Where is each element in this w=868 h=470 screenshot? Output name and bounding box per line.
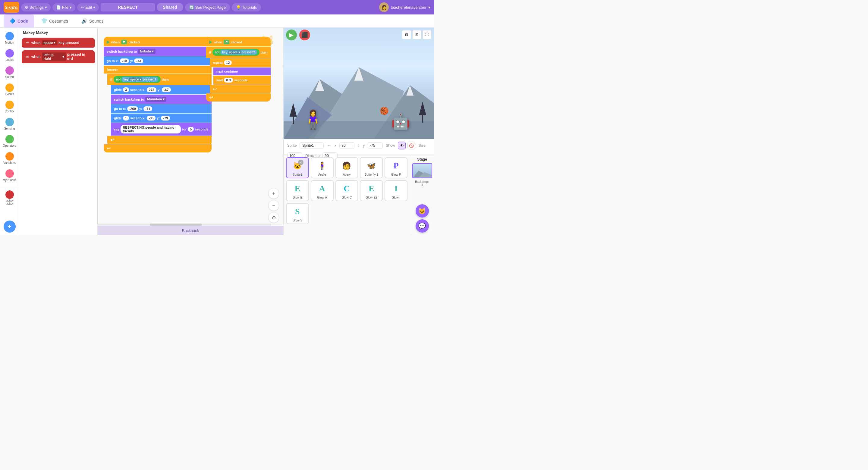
- sprite-card-glows[interactable]: S Glow-S: [286, 203, 309, 224]
- basketball: 🏀: [380, 107, 389, 115]
- chat-button[interactable]: 💬: [415, 219, 429, 232]
- x2-value[interactable]: -260: [127, 106, 138, 111]
- shared-button[interactable]: Shared: [157, 3, 183, 11]
- backpack-bar[interactable]: Backpack: [98, 226, 283, 235]
- end-if-2-block: ↩: [206, 93, 271, 101]
- sidebar-item-events[interactable]: Events: [1, 82, 18, 98]
- sprite-x-input[interactable]: [339, 142, 354, 149]
- say-text[interactable]: RESPECTING people and having friends: [121, 125, 181, 133]
- user-menu[interactable]: 👩 teacherelenavercher ▾: [379, 2, 430, 12]
- project-name-input[interactable]: [101, 3, 155, 11]
- sprite-card-butterfly[interactable]: 🦋 Butterfly 1: [360, 157, 383, 178]
- see-project-button[interactable]: 🔄 See Project Page: [185, 3, 230, 11]
- nebula-dropdown[interactable]: Nebula ▾: [138, 49, 156, 54]
- sidebar-item-makey[interactable]: MakeyMakey: [1, 189, 18, 207]
- stop-button[interactable]: ⬛: [299, 30, 310, 40]
- tutorials-button[interactable]: 💡 Tutorials: [232, 3, 261, 11]
- sprite-card-glowe2[interactable]: E Glow-E2: [360, 180, 383, 201]
- sprite-card-andie[interactable]: 🧍‍♀️ Andie: [311, 157, 334, 178]
- glide1-y[interactable]: -67: [162, 87, 171, 92]
- sprite-card-glowa[interactable]: A Glow-A: [311, 180, 334, 201]
- hide-button[interactable]: 🚫: [407, 142, 415, 150]
- mountain-dropdown[interactable]: Mountain ▾: [145, 97, 166, 102]
- sidebar-item-control[interactable]: Control: [1, 99, 18, 115]
- if-block-2[interactable]: if not key space ▾ pressed? then: [206, 47, 271, 58]
- space-dropdown[interactable]: space ▾: [42, 40, 57, 45]
- sprite-card-glowc[interactable]: C Glow-C: [336, 180, 358, 201]
- sidebar-item-variables[interactable]: Variables: [1, 150, 18, 166]
- wait-block[interactable]: wait 0.3 seconds: [213, 75, 271, 85]
- sidebar-item-sound[interactable]: Sound: [1, 64, 18, 81]
- next-costume-block[interactable]: next costume: [213, 67, 271, 75]
- tab-sounds[interactable]: 🔊 Sounds: [75, 14, 110, 27]
- space-dropdown-2[interactable]: space ▾: [228, 50, 241, 54]
- switch-backdrop-mountain-block[interactable]: switch backdrop to Mountain ▾: [111, 95, 212, 104]
- sprite-card-glowe[interactable]: E Glow-E: [286, 180, 309, 201]
- if-block[interactable]: if not key space ▾ pressed? then: [107, 74, 212, 85]
- say-block[interactable]: say RESPECTING people and having friends…: [111, 123, 212, 135]
- main-area: Motion Looks Sound Events Control Sensin…: [0, 28, 434, 235]
- repeat-block[interactable]: repeat 12: [210, 58, 271, 67]
- forever-block[interactable]: forever: [104, 66, 212, 73]
- glide1-x[interactable]: 272: [147, 87, 156, 92]
- file-button[interactable]: 📄 File ▾: [53, 3, 75, 11]
- tab-costumes[interactable]: 👕 Costumes: [35, 14, 74, 27]
- go-to-xy-block[interactable]: go to x: -10 y: -73: [104, 56, 212, 65]
- scrollbar-thumb[interactable]: [150, 224, 202, 226]
- normal-stage-button[interactable]: ⊞: [412, 30, 421, 39]
- x-value[interactable]: -10: [120, 58, 129, 63]
- glide-1-block[interactable]: glide 3 secs to x: 272 y: -67: [111, 85, 212, 94]
- glide2-y[interactable]: -79: [161, 116, 170, 121]
- small-stage-button[interactable]: ⊡: [402, 30, 411, 39]
- sprite-y-input[interactable]: [368, 142, 383, 149]
- space-dropdown-inner[interactable]: space ▾: [129, 77, 142, 81]
- show-button[interactable]: 👁: [398, 142, 406, 150]
- when-space-key-pressed-block[interactable]: MM when space ▾ key pressed: [22, 38, 95, 48]
- sprite-card-avery[interactable]: 🧑 Avery: [336, 157, 358, 178]
- sidebar-item-myblocks[interactable]: My Blocks: [1, 167, 18, 184]
- sidebar-item-motion[interactable]: Motion: [1, 30, 18, 46]
- sprite-card-glowp[interactable]: P Glow-P: [384, 157, 407, 178]
- settings-icon: ⚙: [25, 5, 28, 10]
- edit-button[interactable]: ✏ Edit ▾: [77, 3, 99, 11]
- y2-value[interactable]: -71: [144, 106, 153, 111]
- keys-dropdown[interactable]: left up right ▾: [42, 53, 66, 61]
- sprite-card-sprite1[interactable]: 🐱 ✕ Sprite1: [286, 157, 309, 178]
- switch-backdrop-nebula-block[interactable]: switch backdrop to Nebula ▾: [104, 47, 212, 56]
- sidebar-item-looks[interactable]: Looks: [1, 47, 18, 63]
- script-area[interactable]: 🐱 when ⚑ clicked switch backdrop to Nebu…: [98, 28, 283, 235]
- zoom-out-button[interactable]: −: [268, 200, 279, 211]
- zoom-in-button[interactable]: +: [268, 188, 279, 199]
- sidebar-item-operators[interactable]: Operators: [1, 133, 18, 149]
- add-extension-button[interactable]: +: [4, 221, 16, 232]
- when-flag-clicked-block[interactable]: when ⚑ clicked: [104, 37, 212, 46]
- y-value[interactable]: -73: [134, 58, 143, 63]
- settings-button[interactable]: ⚙ Settings ▾: [21, 3, 51, 11]
- character-sprite: 🧍‍♀️: [302, 109, 324, 130]
- add-sprite-button[interactable]: 🐱: [415, 204, 429, 218]
- end-repeat-block: ↩: [210, 85, 271, 93]
- sidebar-item-sensing[interactable]: Sensing: [1, 116, 18, 132]
- sprite-card-glowi[interactable]: I Glow-I: [384, 180, 407, 201]
- glide2-secs[interactable]: 1: [123, 116, 129, 121]
- repeat-value[interactable]: 12: [224, 60, 232, 65]
- green-flag-button[interactable]: ▶: [286, 30, 297, 40]
- fullscreen-button[interactable]: ⛶: [423, 30, 432, 39]
- sprite-name-input[interactable]: [300, 142, 324, 149]
- horizontal-scrollbar[interactable]: [98, 224, 271, 226]
- say-secs[interactable]: 5: [188, 127, 194, 132]
- zoom-reset-button[interactable]: ⊙: [268, 212, 279, 223]
- tab-code[interactable]: 🔷 Code: [4, 14, 34, 27]
- scratch-logo[interactable]: Scratch: [4, 2, 19, 13]
- stage-thumbnail[interactable]: [412, 163, 432, 178]
- glide2-x[interactable]: -35: [147, 116, 156, 121]
- sprite-delete-button[interactable]: ✕: [298, 160, 304, 165]
- costumes-icon: 👕: [41, 18, 47, 24]
- glide1-secs[interactable]: 3: [123, 87, 129, 92]
- user-chevron-icon: ▾: [428, 5, 430, 10]
- go-to-xy-2-block[interactable]: go to x: -260 y: -71: [111, 104, 212, 113]
- glide-2-block[interactable]: glide 1 secs to x: -35 y: -79: [111, 114, 212, 123]
- when-flag-clicked-block-2[interactable]: when ⚑ clicked: [206, 37, 271, 46]
- wait-value[interactable]: 0.3: [224, 78, 233, 83]
- when-left-up-right-block[interactable]: MM when left up right ▾ pressed in ord: [22, 50, 95, 63]
